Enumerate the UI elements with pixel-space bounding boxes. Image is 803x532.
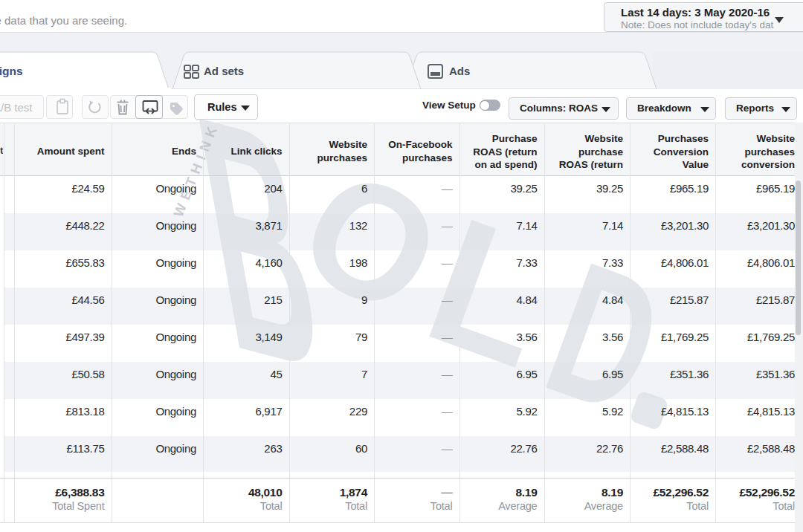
svg-text:Campaigns: Campaigns [0,65,23,77]
svg-text:Ads: Ads [449,65,470,77]
svg-text:Ad sets: Ad sets [204,65,244,77]
